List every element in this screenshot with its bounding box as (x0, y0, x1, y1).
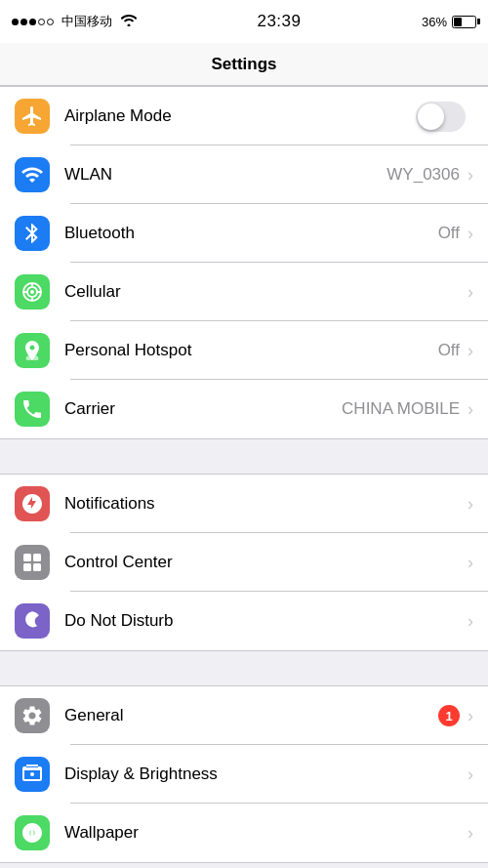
carrier-value: CHINA MOBILE (342, 399, 460, 419)
notifications-icon-wrap (15, 486, 50, 521)
status-left: 中国移动 (12, 13, 137, 30)
list-item-bluetooth[interactable]: Bluetooth Off › (0, 204, 488, 263)
page-title: Settings (211, 55, 276, 74)
general-chevron: › (468, 706, 473, 726)
wlan-chevron: › (468, 165, 473, 186)
status-bar: 中国移动 23:39 36% (0, 0, 488, 43)
carrier-icon (20, 397, 44, 421)
section-notifications: Notifications › Control Center › (0, 474, 488, 651)
moon-icon (20, 609, 44, 633)
list-item-carrier[interactable]: Carrier CHINA MOBILE › (0, 380, 488, 438)
status-right: 36% (422, 15, 476, 29)
svg-rect-10 (33, 563, 41, 571)
settings-content: Airplane Mode WLAN WY_0306 › Blueto (0, 86, 488, 868)
airplane-mode-icon-wrap (15, 99, 50, 134)
cellular-icon (20, 280, 44, 304)
hotspot-icon-wrap (15, 333, 50, 368)
list-item-display-brightness[interactable]: Display & Brightness › (0, 745, 488, 804)
cellular-label: Cellular (64, 282, 468, 302)
list-item-control-center[interactable]: Control Center › (0, 533, 488, 592)
list-item-do-not-disturb[interactable]: Do Not Disturb › (0, 592, 488, 650)
notifications-chevron: › (468, 494, 473, 515)
hotspot-value: Off (438, 341, 460, 360)
control-center-label: Control Center (64, 553, 468, 572)
display-icon-wrap (15, 757, 50, 792)
wlan-icon-wrap (15, 157, 50, 192)
general-badge: 1 (438, 705, 460, 726)
list-item-personal-hotspot[interactable]: Personal Hotspot Off › (0, 321, 488, 380)
do-not-disturb-chevron: › (468, 611, 473, 632)
wlan-icon (20, 163, 44, 186)
nav-bar: Settings (0, 43, 488, 86)
control-center-icon (20, 551, 44, 574)
carrier-chevron: › (468, 399, 473, 420)
svg-rect-9 (23, 563, 31, 571)
bluetooth-icon (20, 222, 44, 245)
notifications-label: Notifications (64, 494, 468, 514)
wallpaper-icon (20, 821, 44, 845)
bluetooth-label: Bluetooth (64, 224, 438, 243)
carrier-text: 中国移动 (61, 13, 112, 30)
airplane-mode-label: Airplane Mode (64, 106, 416, 126)
airplane-icon (20, 104, 44, 128)
svg-point-11 (30, 772, 34, 776)
battery-icon (452, 16, 476, 28)
svg-point-12 (29, 830, 35, 836)
display-icon (20, 763, 44, 786)
control-center-chevron: › (468, 553, 473, 573)
bluetooth-icon-wrap (15, 216, 50, 251)
section-gap-2 (0, 651, 488, 685)
display-brightness-chevron: › (468, 765, 473, 785)
status-time: 23:39 (257, 12, 301, 31)
display-brightness-label: Display & Brightness (64, 765, 468, 784)
section-connectivity: Airplane Mode WLAN WY_0306 › Blueto (0, 86, 488, 439)
carrier-icon-wrap (15, 392, 50, 427)
bluetooth-chevron: › (468, 224, 473, 244)
list-item-wlan[interactable]: WLAN WY_0306 › (0, 145, 488, 204)
wlan-label: WLAN (64, 165, 386, 185)
do-not-disturb-icon-wrap (15, 603, 50, 639)
control-center-icon-wrap (15, 545, 50, 580)
bluetooth-value: Off (438, 224, 460, 243)
section-gap-1 (0, 439, 488, 474)
hotspot-chevron: › (468, 341, 473, 361)
general-icon-wrap (15, 698, 50, 733)
battery-percentage: 36% (422, 15, 447, 29)
list-item-general[interactable]: General 1 › (0, 686, 488, 745)
notifications-icon (20, 492, 44, 516)
signal-icon (12, 19, 54, 25)
wifi-status-icon (121, 15, 137, 29)
gear-icon (20, 704, 44, 727)
list-item-cellular[interactable]: Cellular › (0, 263, 488, 321)
wallpaper-icon-wrap (15, 815, 50, 850)
list-item-notifications[interactable]: Notifications › (0, 475, 488, 533)
svg-rect-8 (33, 554, 41, 561)
wlan-value: WY_0306 (386, 165, 460, 185)
cellular-icon-wrap (15, 274, 50, 310)
list-item-wallpaper[interactable]: Wallpaper › (0, 804, 488, 862)
wallpaper-chevron: › (468, 823, 473, 844)
svg-rect-7 (23, 554, 31, 561)
airplane-mode-toggle[interactable] (416, 102, 466, 132)
list-item-airplane-mode[interactable]: Airplane Mode (0, 87, 488, 145)
wallpaper-label: Wallpaper (64, 823, 468, 843)
hotspot-label: Personal Hotspot (64, 341, 438, 360)
carrier-label: Carrier (64, 399, 342, 419)
cellular-chevron: › (468, 282, 473, 303)
section-general: General 1 › Display & Brightness › (0, 685, 488, 863)
svg-point-2 (30, 290, 34, 294)
do-not-disturb-label: Do Not Disturb (64, 611, 468, 631)
hotspot-icon (20, 339, 44, 362)
general-label: General (64, 706, 438, 725)
